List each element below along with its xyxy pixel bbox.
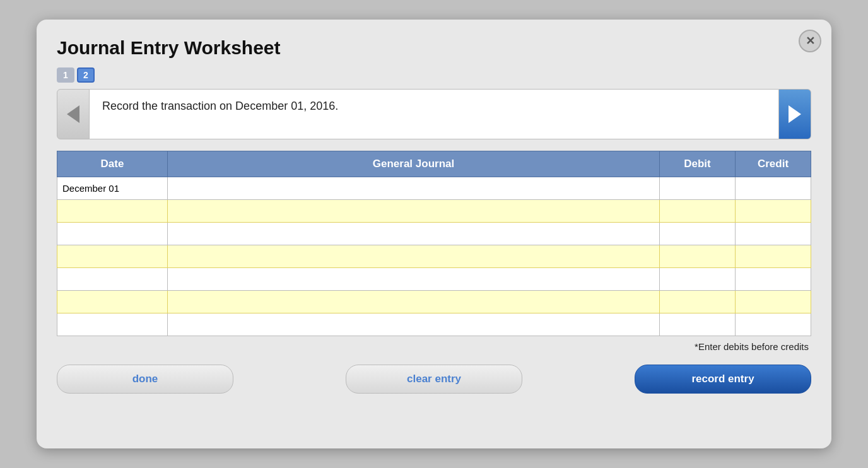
table-row-journal[interactable] — [168, 177, 660, 200]
table-row-date[interactable] — [57, 223, 168, 245]
table-row-journal[interactable] — [168, 200, 660, 223]
table-row-journal[interactable] — [168, 313, 660, 336]
instruction-text: Record the transaction on December 01, 2… — [90, 89, 778, 139]
table-row-date[interactable] — [57, 291, 168, 313]
record-entry-button[interactable]: record entry — [635, 365, 811, 394]
next-button[interactable] — [778, 89, 811, 139]
next-arrow-icon — [789, 105, 801, 123]
table-row-debit[interactable] — [660, 313, 736, 336]
tab-2[interactable]: 2 — [77, 67, 95, 83]
table-row-debit[interactable] — [660, 177, 736, 200]
prev-arrow-icon — [67, 105, 79, 123]
table-row-journal[interactable] — [168, 223, 660, 245]
table-row-date[interactable] — [57, 313, 168, 336]
tab-row: 1 2 — [57, 67, 811, 83]
table-row-credit[interactable] — [736, 268, 811, 291]
journal-table: Date General Journal Debit Credit Decemb… — [57, 151, 811, 336]
dialog-title: Journal Entry Worksheet — [57, 37, 811, 59]
close-button[interactable]: ✕ — [799, 30, 821, 52]
prev-button[interactable] — [57, 89, 90, 139]
done-button[interactable]: done — [57, 365, 233, 394]
footer-buttons: done clear entry record entry — [57, 365, 811, 394]
col-header-debit: Debit — [660, 151, 736, 177]
table-row-debit[interactable] — [660, 223, 736, 245]
col-header-date: Date — [57, 151, 168, 177]
col-header-journal: General Journal — [168, 151, 660, 177]
table-row-date[interactable] — [57, 200, 168, 223]
note-text: *Enter debits before credits — [57, 341, 811, 352]
instruction-row: Record the transaction on December 01, 2… — [57, 89, 811, 139]
table-row-credit[interactable] — [736, 177, 811, 200]
table-row-credit[interactable] — [736, 200, 811, 223]
table-row-journal[interactable] — [168, 245, 660, 268]
journal-entry-dialog: ✕ Journal Entry Worksheet 1 2 Record the… — [37, 20, 831, 448]
tab-1[interactable]: 1 — [57, 67, 74, 83]
table-row-debit[interactable] — [660, 291, 736, 313]
table-row-credit[interactable] — [736, 245, 811, 268]
table-row-credit[interactable] — [736, 291, 811, 313]
table-row-journal[interactable] — [168, 268, 660, 291]
table-row-credit[interactable] — [736, 313, 811, 336]
clear-entry-button[interactable]: clear entry — [346, 365, 522, 394]
table-row-credit[interactable] — [736, 223, 811, 245]
table-row-journal[interactable] — [168, 291, 660, 313]
col-header-credit: Credit — [736, 151, 811, 177]
table-row-date[interactable] — [57, 268, 168, 291]
table-row-debit[interactable] — [660, 268, 736, 291]
table-row-date[interactable]: December 01 — [57, 177, 168, 200]
table-row-date[interactable] — [57, 245, 168, 268]
table-row-debit[interactable] — [660, 245, 736, 268]
close-icon: ✕ — [806, 34, 815, 48]
table-row-debit[interactable] — [660, 200, 736, 223]
